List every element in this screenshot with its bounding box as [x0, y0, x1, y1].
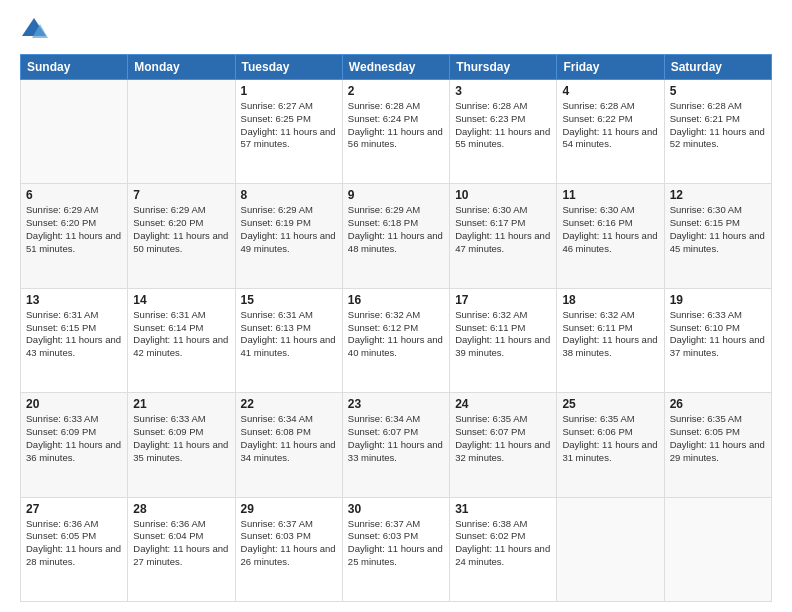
day-number: 3	[455, 84, 551, 98]
day-number: 13	[26, 293, 122, 307]
day-info: Sunrise: 6:34 AM Sunset: 6:07 PM Dayligh…	[348, 413, 444, 464]
day-info: Sunrise: 6:35 AM Sunset: 6:07 PM Dayligh…	[455, 413, 551, 464]
calendar-cell: 1Sunrise: 6:27 AM Sunset: 6:25 PM Daylig…	[235, 80, 342, 184]
calendar-cell: 30Sunrise: 6:37 AM Sunset: 6:03 PM Dayli…	[342, 497, 449, 601]
day-info: Sunrise: 6:31 AM Sunset: 6:14 PM Dayligh…	[133, 309, 229, 360]
day-number: 11	[562, 188, 658, 202]
day-number: 14	[133, 293, 229, 307]
day-info: Sunrise: 6:36 AM Sunset: 6:05 PM Dayligh…	[26, 518, 122, 569]
day-info: Sunrise: 6:35 AM Sunset: 6:05 PM Dayligh…	[670, 413, 766, 464]
calendar-cell: 9Sunrise: 6:29 AM Sunset: 6:18 PM Daylig…	[342, 184, 449, 288]
day-number: 21	[133, 397, 229, 411]
calendar-cell: 12Sunrise: 6:30 AM Sunset: 6:15 PM Dayli…	[664, 184, 771, 288]
day-number: 29	[241, 502, 337, 516]
day-number: 9	[348, 188, 444, 202]
day-info: Sunrise: 6:28 AM Sunset: 6:23 PM Dayligh…	[455, 100, 551, 151]
calendar-cell: 8Sunrise: 6:29 AM Sunset: 6:19 PM Daylig…	[235, 184, 342, 288]
weekday-header-friday: Friday	[557, 55, 664, 80]
week-row-3: 13Sunrise: 6:31 AM Sunset: 6:15 PM Dayli…	[21, 288, 772, 392]
calendar-cell: 22Sunrise: 6:34 AM Sunset: 6:08 PM Dayli…	[235, 393, 342, 497]
calendar-cell: 13Sunrise: 6:31 AM Sunset: 6:15 PM Dayli…	[21, 288, 128, 392]
calendar-cell: 18Sunrise: 6:32 AM Sunset: 6:11 PM Dayli…	[557, 288, 664, 392]
day-info: Sunrise: 6:30 AM Sunset: 6:17 PM Dayligh…	[455, 204, 551, 255]
day-number: 24	[455, 397, 551, 411]
day-info: Sunrise: 6:28 AM Sunset: 6:22 PM Dayligh…	[562, 100, 658, 151]
weekday-header-thursday: Thursday	[450, 55, 557, 80]
calendar-cell: 2Sunrise: 6:28 AM Sunset: 6:24 PM Daylig…	[342, 80, 449, 184]
day-info: Sunrise: 6:35 AM Sunset: 6:06 PM Dayligh…	[562, 413, 658, 464]
day-number: 25	[562, 397, 658, 411]
calendar-cell: 27Sunrise: 6:36 AM Sunset: 6:05 PM Dayli…	[21, 497, 128, 601]
calendar-cell: 10Sunrise: 6:30 AM Sunset: 6:17 PM Dayli…	[450, 184, 557, 288]
weekday-header-row: SundayMondayTuesdayWednesdayThursdayFrid…	[21, 55, 772, 80]
day-number: 10	[455, 188, 551, 202]
day-info: Sunrise: 6:34 AM Sunset: 6:08 PM Dayligh…	[241, 413, 337, 464]
day-info: Sunrise: 6:37 AM Sunset: 6:03 PM Dayligh…	[241, 518, 337, 569]
day-info: Sunrise: 6:28 AM Sunset: 6:24 PM Dayligh…	[348, 100, 444, 151]
day-number: 18	[562, 293, 658, 307]
logo	[20, 16, 52, 44]
calendar-cell: 17Sunrise: 6:32 AM Sunset: 6:11 PM Dayli…	[450, 288, 557, 392]
calendar-cell: 15Sunrise: 6:31 AM Sunset: 6:13 PM Dayli…	[235, 288, 342, 392]
day-info: Sunrise: 6:32 AM Sunset: 6:11 PM Dayligh…	[455, 309, 551, 360]
day-number: 15	[241, 293, 337, 307]
calendar-cell: 16Sunrise: 6:32 AM Sunset: 6:12 PM Dayli…	[342, 288, 449, 392]
day-number: 4	[562, 84, 658, 98]
calendar-cell: 26Sunrise: 6:35 AM Sunset: 6:05 PM Dayli…	[664, 393, 771, 497]
calendar-cell: 4Sunrise: 6:28 AM Sunset: 6:22 PM Daylig…	[557, 80, 664, 184]
weekday-header-sunday: Sunday	[21, 55, 128, 80]
day-number: 28	[133, 502, 229, 516]
calendar-cell: 21Sunrise: 6:33 AM Sunset: 6:09 PM Dayli…	[128, 393, 235, 497]
day-info: Sunrise: 6:32 AM Sunset: 6:12 PM Dayligh…	[348, 309, 444, 360]
header	[20, 16, 772, 44]
page: SundayMondayTuesdayWednesdayThursdayFrid…	[0, 0, 792, 612]
day-number: 6	[26, 188, 122, 202]
calendar-cell	[128, 80, 235, 184]
day-info: Sunrise: 6:33 AM Sunset: 6:10 PM Dayligh…	[670, 309, 766, 360]
calendar-cell: 23Sunrise: 6:34 AM Sunset: 6:07 PM Dayli…	[342, 393, 449, 497]
day-number: 5	[670, 84, 766, 98]
calendar-cell: 14Sunrise: 6:31 AM Sunset: 6:14 PM Dayli…	[128, 288, 235, 392]
week-row-1: 1Sunrise: 6:27 AM Sunset: 6:25 PM Daylig…	[21, 80, 772, 184]
logo-icon	[20, 16, 48, 44]
day-number: 26	[670, 397, 766, 411]
calendar-cell	[21, 80, 128, 184]
calendar-cell: 29Sunrise: 6:37 AM Sunset: 6:03 PM Dayli…	[235, 497, 342, 601]
day-info: Sunrise: 6:29 AM Sunset: 6:20 PM Dayligh…	[133, 204, 229, 255]
day-info: Sunrise: 6:32 AM Sunset: 6:11 PM Dayligh…	[562, 309, 658, 360]
calendar-cell: 28Sunrise: 6:36 AM Sunset: 6:04 PM Dayli…	[128, 497, 235, 601]
calendar-cell: 11Sunrise: 6:30 AM Sunset: 6:16 PM Dayli…	[557, 184, 664, 288]
day-number: 8	[241, 188, 337, 202]
weekday-header-tuesday: Tuesday	[235, 55, 342, 80]
calendar-cell: 5Sunrise: 6:28 AM Sunset: 6:21 PM Daylig…	[664, 80, 771, 184]
weekday-header-wednesday: Wednesday	[342, 55, 449, 80]
day-number: 1	[241, 84, 337, 98]
calendar-cell: 19Sunrise: 6:33 AM Sunset: 6:10 PM Dayli…	[664, 288, 771, 392]
week-row-5: 27Sunrise: 6:36 AM Sunset: 6:05 PM Dayli…	[21, 497, 772, 601]
day-info: Sunrise: 6:33 AM Sunset: 6:09 PM Dayligh…	[26, 413, 122, 464]
day-number: 17	[455, 293, 551, 307]
weekday-header-monday: Monday	[128, 55, 235, 80]
calendar-cell: 7Sunrise: 6:29 AM Sunset: 6:20 PM Daylig…	[128, 184, 235, 288]
calendar-table: SundayMondayTuesdayWednesdayThursdayFrid…	[20, 54, 772, 602]
day-info: Sunrise: 6:30 AM Sunset: 6:15 PM Dayligh…	[670, 204, 766, 255]
week-row-2: 6Sunrise: 6:29 AM Sunset: 6:20 PM Daylig…	[21, 184, 772, 288]
day-number: 20	[26, 397, 122, 411]
calendar-cell: 20Sunrise: 6:33 AM Sunset: 6:09 PM Dayli…	[21, 393, 128, 497]
day-number: 30	[348, 502, 444, 516]
day-info: Sunrise: 6:31 AM Sunset: 6:15 PM Dayligh…	[26, 309, 122, 360]
day-number: 27	[26, 502, 122, 516]
calendar-cell: 24Sunrise: 6:35 AM Sunset: 6:07 PM Dayli…	[450, 393, 557, 497]
calendar-cell: 6Sunrise: 6:29 AM Sunset: 6:20 PM Daylig…	[21, 184, 128, 288]
day-info: Sunrise: 6:37 AM Sunset: 6:03 PM Dayligh…	[348, 518, 444, 569]
day-info: Sunrise: 6:28 AM Sunset: 6:21 PM Dayligh…	[670, 100, 766, 151]
week-row-4: 20Sunrise: 6:33 AM Sunset: 6:09 PM Dayli…	[21, 393, 772, 497]
day-info: Sunrise: 6:29 AM Sunset: 6:20 PM Dayligh…	[26, 204, 122, 255]
day-info: Sunrise: 6:29 AM Sunset: 6:18 PM Dayligh…	[348, 204, 444, 255]
day-info: Sunrise: 6:38 AM Sunset: 6:02 PM Dayligh…	[455, 518, 551, 569]
calendar-cell	[664, 497, 771, 601]
day-number: 22	[241, 397, 337, 411]
day-info: Sunrise: 6:29 AM Sunset: 6:19 PM Dayligh…	[241, 204, 337, 255]
day-number: 16	[348, 293, 444, 307]
day-info: Sunrise: 6:27 AM Sunset: 6:25 PM Dayligh…	[241, 100, 337, 151]
